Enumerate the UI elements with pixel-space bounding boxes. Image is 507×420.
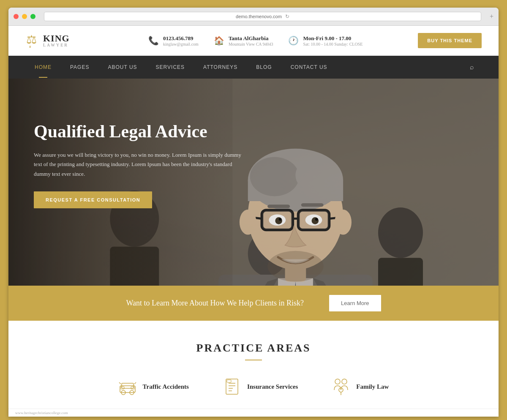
svg-rect-48 <box>226 379 238 394</box>
hours-main: Mon-Fri 9.00 - 17.00 <box>303 35 363 42</box>
address-text-block: Tanta AlGharbia Mountain View CA 94043 <box>229 35 273 46</box>
status-url: www.heritagechristiancollege.com <box>15 411 68 415</box>
logo-icon: ⚖ ♛ <box>25 32 41 49</box>
phone-text-block: 0123.456.789 kinglaw@gmail.com <box>163 35 199 46</box>
nav-blog[interactable]: BLOG <box>247 57 281 78</box>
hero-section: Qualified Legal Advice We assure you we … <box>8 79 499 286</box>
logo-lawyer-text: Lawyer <box>43 43 70 47</box>
learn-more-button[interactable]: Learn More <box>329 295 381 311</box>
svg-point-35 <box>315 218 318 221</box>
svg-point-34 <box>279 218 282 221</box>
svg-rect-44 <box>121 387 124 389</box>
practice-family: Family Law <box>332 377 389 396</box>
address-info: 🏠 Tanta AlGharbia Mountain View CA 94043 <box>214 35 273 46</box>
svg-rect-53 <box>227 380 231 382</box>
hours-info: 🕐 Mon-Fri 9.00 - 17.00 Sat: 10.00 - 14.0… <box>288 35 363 46</box>
svg-text:⚖: ⚖ <box>26 33 37 46</box>
phone-number: 0123.456.789 <box>163 35 199 42</box>
phone-email: kinglaw@gmail.com <box>163 42 199 46</box>
insurance-services-icon <box>223 377 241 396</box>
phone-icon: 📞 <box>148 35 159 46</box>
minimize-dot[interactable] <box>22 14 27 19</box>
consultation-button[interactable]: REQUEST A FREE CONSULTATION <box>34 191 152 208</box>
buy-theme-button[interactable]: BUY THIS THEME <box>418 33 482 48</box>
svg-point-55 <box>342 379 347 384</box>
hero-title: Qualified Legal Advice <box>34 121 253 142</box>
nav-contact[interactable]: CONTACT US <box>281 57 337 78</box>
svg-rect-45 <box>131 387 134 389</box>
browser-titlebar: demo.themenovo.com ↻ + <box>8 8 499 26</box>
practice-insurance: Insurance Services <box>223 377 298 396</box>
traffic-accidents-icon <box>118 377 137 396</box>
insurance-services-label: Insurance Services <box>247 383 298 390</box>
logo-king-text: KING <box>43 34 70 43</box>
family-law-label: Family Law <box>356 383 389 390</box>
nav-pages[interactable]: PAGES <box>61 57 98 78</box>
address-city: Tanta AlGharbia <box>229 35 273 42</box>
reload-icon[interactable]: ↻ <box>285 14 289 19</box>
hours-detail: Sat: 10.00 - 14.00 Sunday: CLOSE <box>303 42 363 46</box>
cta-banner-text: Want to Learn More About How We Help Cli… <box>126 299 304 308</box>
svg-point-54 <box>335 379 340 384</box>
practice-traffic: Traffic Accidents <box>118 377 189 396</box>
address-bar[interactable]: demo.themenovo.com ↻ <box>44 12 481 21</box>
logo-text: KING Lawyer <box>43 34 70 47</box>
section-divider <box>245 360 262 360</box>
nav-home[interactable]: HOME <box>25 57 61 78</box>
address-detail: Mountain View CA 94043 <box>229 42 273 46</box>
nav-items: HOME PAGES ABOUT US SERVICES ATTORNEYS B… <box>25 57 462 78</box>
home-icon: 🏠 <box>214 35 224 46</box>
clock-icon: 🕐 <box>288 35 299 46</box>
search-icon[interactable]: ⌕ <box>462 56 482 79</box>
svg-line-46 <box>119 382 121 384</box>
svg-rect-22 <box>301 203 324 207</box>
logo-area: ⚖ ♛ KING Lawyer <box>25 32 93 49</box>
hero-description: We assure you we will bring victory to y… <box>34 150 245 178</box>
site-header: ⚖ ♛ KING Lawyer 📞 0123.456.789 kinglaw@g… <box>8 26 499 56</box>
maximize-dot[interactable] <box>30 14 35 19</box>
hours-text-block: Mon-Fri 9.00 - 17.00 Sat: 10.00 - 14.00 … <box>303 35 363 46</box>
cta-banner: Want to Learn More About How We Help Cli… <box>8 286 499 321</box>
main-nav: HOME PAGES ABOUT US SERVICES ATTORNEYS B… <box>8 56 499 79</box>
nav-about[interactable]: ABOUT US <box>98 57 146 78</box>
close-dot[interactable] <box>14 14 19 19</box>
svg-point-20 <box>295 158 337 193</box>
browser-content: ⚖ ♛ KING Lawyer 📞 0123.456.789 kinglaw@g… <box>8 26 499 417</box>
family-law-icon <box>332 377 350 396</box>
svg-point-36 <box>267 251 324 282</box>
header-info: 📞 0123.456.789 kinglaw@gmail.com 🏠 Tanta… <box>93 35 418 46</box>
hero-content: Qualified Legal Advice We assure you we … <box>8 79 278 251</box>
svg-line-47 <box>134 382 136 384</box>
svg-point-38 <box>335 210 352 235</box>
new-tab-icon[interactable]: + <box>490 13 493 20</box>
svg-rect-7 <box>378 258 423 286</box>
practice-items: Traffic Accidents Insurance Services <box>34 377 473 396</box>
url-text: demo.themenovo.com <box>236 14 282 19</box>
practice-section: PRACTICE AREAS Traffic Acci <box>8 321 499 409</box>
phone-info: 📞 0123.456.789 kinglaw@gmail.com <box>148 35 199 46</box>
practice-title: PRACTICE AREAS <box>34 342 473 355</box>
status-bar: www.heritagechristiancollege.com <box>8 409 499 417</box>
nav-services[interactable]: SERVICES <box>147 57 194 78</box>
nav-attorneys[interactable]: ATTORNEYS <box>194 57 247 78</box>
svg-point-6 <box>378 207 423 258</box>
svg-point-33 <box>312 217 319 224</box>
browser-window: demo.themenovo.com ↻ + ⚖ ♛ KING Lawyer 📞 <box>8 8 499 417</box>
svg-text:♛: ♛ <box>29 45 31 49</box>
traffic-accidents-label: Traffic Accidents <box>143 383 189 390</box>
